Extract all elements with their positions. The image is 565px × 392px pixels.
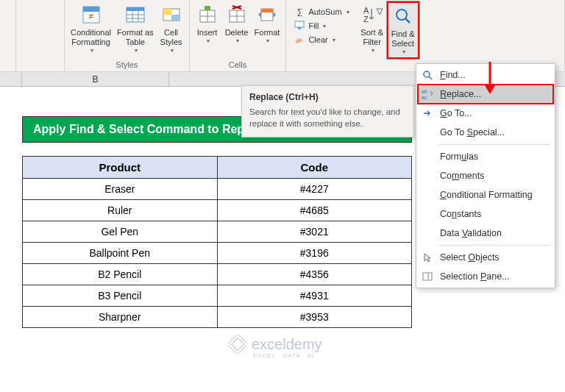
svg-text:Z: Z <box>363 15 369 24</box>
menu-replace[interactable]: abac Replace... <box>418 85 553 104</box>
cell-styles-button[interactable]: Cell Styles ▾ <box>157 1 186 56</box>
delete-button[interactable]: Delete ▾ <box>222 1 252 46</box>
cell[interactable]: #3196 <box>217 243 412 264</box>
svg-rect-4 <box>127 7 144 11</box>
svg-point-27 <box>397 10 407 20</box>
data-table: Product Code Eraser#4227 Ruler#4685 Gel … <box>22 156 412 328</box>
table-row: Ruler#4685 <box>23 200 412 221</box>
chevron-down-icon: ▾ <box>90 47 93 54</box>
watermark-text: exceldemy <box>252 336 322 353</box>
menu-label: Go To... <box>440 108 472 118</box>
menu-constants[interactable]: Constants <box>418 204 553 224</box>
group-editing: ∑AutoSum▾ Fill▾ Clear▾ AZ Sort & Filter … <box>286 0 565 71</box>
find-select-button[interactable]: Find & Select ▾ <box>387 1 419 59</box>
chevron-down-icon: ▾ <box>372 47 374 54</box>
cell[interactable]: B2 Pencil <box>23 264 218 285</box>
svg-rect-22 <box>261 9 273 13</box>
label: Fill <box>308 21 319 30</box>
menu-separator <box>438 245 550 246</box>
fill-down-icon <box>294 20 305 32</box>
fill-button[interactable]: Fill▾ <box>294 20 349 32</box>
cell[interactable]: Ballpoint Pen <box>23 243 218 264</box>
cell[interactable]: Gel Pen <box>23 221 218 243</box>
cell[interactable]: Eraser <box>23 179 218 200</box>
menu-find[interactable]: Find... <box>418 65 553 85</box>
chevron-down-icon: ▾ <box>236 38 239 45</box>
chevron-down-icon: ▾ <box>171 47 174 54</box>
chevron-down-icon: ▾ <box>323 23 326 29</box>
th-product[interactable]: Product <box>23 157 218 179</box>
table-row: Gel Pen#3021 <box>23 221 412 243</box>
svg-point-29 <box>424 71 430 77</box>
table-row: Eraser#4227 <box>23 179 412 200</box>
insert-button[interactable]: Insert ▾ <box>193 1 222 46</box>
autosum-button[interactable]: ∑AutoSum▾ <box>294 6 349 18</box>
menu-goto-special[interactable]: Go To Special... <box>418 123 553 142</box>
menu-formulas[interactable]: Formulas <box>418 147 553 166</box>
tooltip-title: Replace (Ctrl+H) <box>249 92 406 102</box>
chevron-down-icon: ▾ <box>207 38 210 45</box>
watermark: exceldemy EXCEL · DATA · BI <box>228 335 322 354</box>
svg-rect-23 <box>295 21 304 27</box>
label: Clear <box>308 35 327 44</box>
magnifier-icon <box>391 4 415 28</box>
th-code[interactable]: Code <box>217 157 412 179</box>
menu-label: Selection Pane... <box>440 271 510 282</box>
label: AutoSum <box>308 7 341 16</box>
cell[interactable]: B3 Pencil <box>23 285 218 307</box>
group-stub1 <box>16 0 65 71</box>
menu-separator <box>438 144 550 145</box>
format-as-table-button[interactable]: Format as Table ▾ <box>114 1 157 56</box>
clear-button[interactable]: Clear▾ <box>294 34 349 46</box>
cell[interactable]: Sharpner <box>23 307 218 328</box>
label: Conditional Formatting <box>71 28 111 47</box>
cell[interactable]: #4356 <box>217 264 412 285</box>
tooltip-body: Search for text you'd like to change, an… <box>249 107 406 129</box>
menu-select-objects[interactable]: Select Objects <box>418 248 553 267</box>
sort-filter-icon: AZ <box>360 3 384 26</box>
menu-label: Data Validation <box>440 228 502 238</box>
delete-cells-icon <box>225 3 249 26</box>
select-all-corner[interactable] <box>0 72 22 86</box>
label: Sort & Filter <box>360 28 383 47</box>
label: Cell Styles <box>160 28 182 47</box>
conditional-formatting-button[interactable]: ≠ Conditional Formatting ▾ <box>68 1 114 56</box>
svg-text:A: A <box>363 6 369 15</box>
chevron-down-icon: ▾ <box>135 47 138 54</box>
menu-label: Select Objects <box>440 252 500 263</box>
menu-goto[interactable]: Go To... <box>418 104 553 123</box>
cell[interactable]: Ruler <box>23 200 218 221</box>
magnifier-icon <box>421 68 434 82</box>
menu-label: Replace... <box>440 89 481 99</box>
chevron-down-icon: ▾ <box>347 9 349 15</box>
conditional-formatting-icon: ≠ <box>79 3 103 26</box>
svg-line-30 <box>429 76 432 79</box>
menu-comments[interactable]: Comments <box>418 166 553 185</box>
menu-label: Formulas <box>440 152 478 162</box>
menu-conditional-formatting[interactable]: Conditional Formatting <box>418 185 553 204</box>
cell[interactable]: #4227 <box>217 179 412 200</box>
col-header-b[interactable]: B <box>22 72 169 86</box>
table-row: Ballpoint Pen#3196 <box>23 243 412 264</box>
cell[interactable]: #3021 <box>217 221 412 243</box>
table-row: B2 Pencil#4356 <box>23 264 412 285</box>
svg-rect-37 <box>232 338 244 351</box>
pane-icon <box>421 270 434 283</box>
table-header-row: Product Code <box>23 157 412 179</box>
menu-selection-pane[interactable]: Selection Pane... <box>418 267 553 286</box>
group-styles: ≠ Conditional Formatting ▾ Format as Tab… <box>65 0 190 71</box>
chevron-down-icon: ▾ <box>402 49 405 56</box>
cell[interactable]: #4931 <box>217 285 412 307</box>
menu-data-validation[interactable]: Data Validation <box>418 224 553 243</box>
chevron-down-icon: ▾ <box>333 37 335 43</box>
sort-filter-button[interactable]: AZ Sort & Filter ▾ <box>358 1 387 56</box>
format-button[interactable]: Format ▾ <box>252 1 283 46</box>
cell[interactable]: #4685 <box>217 200 412 221</box>
label: Find & Select <box>391 29 415 49</box>
watermark-sub: EXCEL · DATA · BI <box>253 352 315 359</box>
find-select-menu: Find... abac Replace... Go To... Go To S… <box>416 63 555 288</box>
cell[interactable]: #3953 <box>217 307 412 328</box>
menu-label: Find... <box>440 70 466 80</box>
svg-text:ab: ab <box>422 89 427 94</box>
cell-styles-icon <box>160 3 183 26</box>
